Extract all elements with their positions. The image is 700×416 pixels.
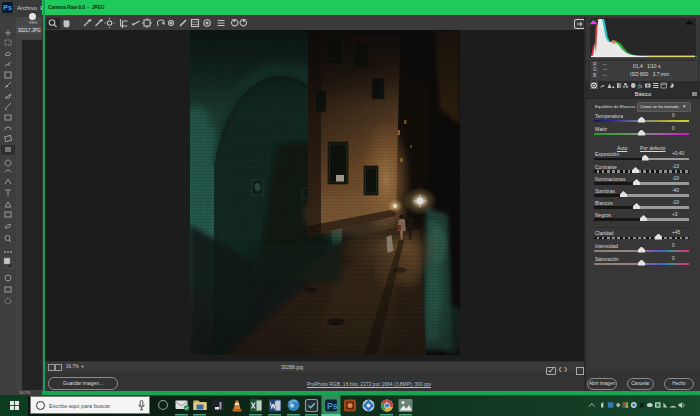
svg-text:fx: fx <box>638 82 643 89</box>
svg-text:Ps: Ps <box>327 401 338 411</box>
